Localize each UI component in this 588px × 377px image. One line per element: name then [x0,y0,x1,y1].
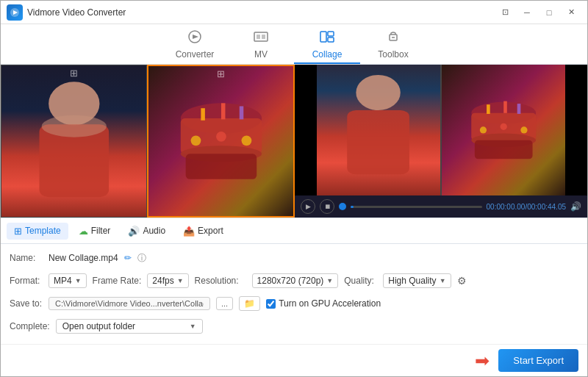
svg-point-34 [480,126,487,133]
name-value: New Collage.mp4 [49,253,118,263]
format-label: Format: [10,276,43,286]
svg-rect-26 [348,110,410,174]
format-dropdown[interactable]: MP4 ▼ [49,273,87,288]
complete-label: Complete: [10,321,50,331]
message-btn[interactable]: ⊡ [495,5,515,20]
nav-tabs: Converter MV Collage [1,24,587,65]
preview-frame-2 [442,65,565,195]
preview-panel: ▶ ⏹ 00:00:00.00/00:00:44.05 🔊 [295,65,587,218]
format-row: Format: MP4 ▼ Frame Rate: 24fps ▼ Resolu… [10,271,578,290]
format-value: MP4 [54,276,72,286]
maximize-btn[interactable]: □ [539,5,559,20]
svg-rect-8 [328,32,334,36]
video-slot-2[interactable]: ⊞ [147,65,295,218]
complete-value: Open output folder [62,321,187,331]
svg-rect-6 [262,35,265,39]
volume-icon[interactable]: 🔊 [570,201,581,212]
settings-gear-icon[interactable]: ⚙ [457,275,467,287]
window-controls: ⊡ ─ □ ✕ [495,5,581,20]
gpu-checkbox[interactable] [266,299,276,309]
preview-video-left [317,65,440,195]
svg-rect-30 [475,140,533,158]
time-total: 00:00:44.05 [527,203,566,211]
grid-icon-1: ⊞ [70,68,78,79]
svg-rect-7 [320,32,326,42]
black-bar-right [565,65,587,195]
tab-collage-label: Collage [312,49,343,60]
svg-rect-21 [239,106,243,119]
tab-mv-label: MV [254,49,268,60]
folder-button[interactable]: 📁 [239,296,260,311]
tab-audio[interactable]: 🔊 Audio [121,223,173,240]
complete-row: Complete: Open output folder ▼ [10,317,578,336]
collage-icon [319,30,335,47]
tab-collage[interactable]: Collage [294,27,360,64]
preview-frame-1 [317,65,440,195]
main-window: Vidmore Video Converter ⊡ ─ □ ✕ Converte… [0,0,588,377]
converter-icon [187,30,203,47]
toolbox-icon [385,30,401,47]
source-panel: ⊞ ⊞ [1,65,295,218]
svg-rect-20 [220,103,225,119]
video-thumb-1: ⊞ [1,65,146,217]
quality-dropdown[interactable]: High Quality ▼ [383,273,451,288]
export-icon: 📤 [183,226,195,237]
info-icon[interactable]: ⓘ [137,252,146,265]
name-row: Name: New Collage.mp4 ✏ ⓘ [10,248,578,268]
complete-dropdown[interactable]: Open output folder ▼ [56,319,203,334]
close-btn[interactable]: ✕ [561,5,581,20]
resolution-dropdown[interactable]: 1280x720 (720p) ▼ [252,273,339,288]
resolution-label: Resolution: [195,276,246,286]
tab-toolbox-label: Toolbox [378,49,408,60]
time-display: 00:00:00.00/00:00:44.05 [487,203,566,211]
tab-toolbox[interactable]: Toolbox [360,27,426,64]
svg-point-22 [190,135,201,146]
svg-point-23 [216,132,226,142]
gpu-label: Turn on GPU Acceleration [266,298,381,309]
app-logo [7,4,23,21]
video-area: ⊞ ⊞ [1,65,587,218]
template-label: Template [25,226,61,236]
template-icon: ⊞ [14,226,22,237]
minimize-btn[interactable]: ─ [517,5,537,20]
saveto-row: Save to: ... 📁 Turn on GPU Acceleration [10,294,578,313]
video-thumb-2: ⊞ [148,66,293,216]
svg-point-24 [241,135,251,146]
preview-content [295,65,587,195]
saveto-label: Save to: [10,298,43,309]
edit-icon[interactable]: ✏ [124,253,132,263]
audio-icon: 🔊 [128,226,140,237]
play-button[interactable]: ▶ [301,199,315,214]
audio-label: Audio [143,226,165,236]
stop-button[interactable]: ⏹ [320,199,334,214]
tab-converter[interactable]: Converter [162,27,228,64]
source-videos: ⊞ ⊞ [1,65,295,218]
name-label: Name: [10,253,43,263]
svg-rect-5 [257,35,260,39]
framerate-label: Frame Rate: [93,276,142,286]
tab-mv[interactable]: MV [228,27,294,64]
format-arrow: ▼ [75,277,82,284]
browse-button[interactable]: ... [216,297,233,310]
start-export-button[interactable]: Start Export [498,349,578,372]
main-content: ⊞ ⊞ [1,65,587,376]
svg-point-14 [41,115,106,137]
bottom-tabs: ⊞ Template ☁ Filter 🔊 Audio 📤 Export [1,218,587,244]
tab-template[interactable]: ⊞ Template [7,223,68,240]
titlebar: Vidmore Video Converter ⊡ ─ □ ✕ [1,1,587,24]
tab-export[interactable]: 📤 Export [176,223,231,240]
saveto-path-input[interactable] [49,297,210,310]
svg-rect-9 [328,37,334,42]
progress-dot [339,203,346,210]
preview-person-svg [323,75,434,195]
complete-arrow: ▼ [190,323,196,330]
preview-video-right [442,65,565,195]
framerate-dropdown[interactable]: 24fps ▼ [147,273,188,288]
timeline-bar[interactable] [351,206,482,208]
svg-rect-4 [254,32,268,41]
preview-cake-svg [454,98,553,183]
svg-rect-19 [201,108,205,121]
svg-point-35 [500,123,506,129]
tab-filter[interactable]: ☁ Filter [71,223,118,240]
video-slot-1[interactable]: ⊞ [1,65,147,218]
